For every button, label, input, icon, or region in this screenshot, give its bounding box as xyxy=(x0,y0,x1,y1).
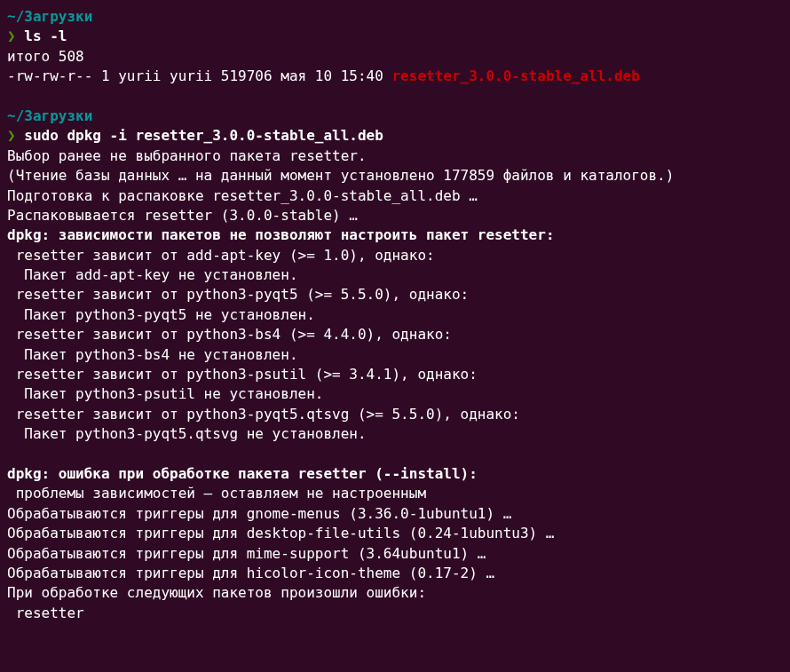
output-line: Обрабатываются триггеры для hicolor-icon… xyxy=(7,564,783,583)
output-line: resetter xyxy=(7,604,783,623)
dpkg-label: dpkg: xyxy=(7,226,50,243)
output-line: Пакет python3-pyqt5.qtsvg не установлен. xyxy=(7,424,783,444)
output-line: проблемы зависимостей — оставляем не нас… xyxy=(7,484,783,503)
output-line: -rw-rw-r-- 1 yurii yurii 519706 мая 10 1… xyxy=(7,67,783,86)
output-line: Подготовка к распаковке resetter_3.0.0-s… xyxy=(7,186,783,206)
blank-line xyxy=(7,445,783,464)
output-line: Выбор ранее не выбранного пакета resette… xyxy=(7,146,783,166)
output-line: Обрабатываются триггеры для mime-support… xyxy=(7,544,783,564)
cwd-line: ~/Загрузки xyxy=(7,7,783,27)
output-line: dpkg: зависимости пакетов не позволяют н… xyxy=(7,225,783,245)
output-line: Пакет python3-bs4 не установлен. xyxy=(7,345,783,365)
prompt-line: ❯ sudo dpkg -i resetter_3.0.0-stable_all… xyxy=(7,126,783,146)
output-line: (Чтение базы данных … на данный момент у… xyxy=(7,166,783,186)
output-line: resetter зависит от python3-psutil (>= 3… xyxy=(7,365,783,384)
dpkg-label: dpkg: xyxy=(7,465,50,482)
output-line: Пакет python3-pyqt5 не установлен. xyxy=(7,305,783,325)
prompt-symbol: ❯ xyxy=(7,127,16,144)
blank-line xyxy=(7,87,783,107)
output-line: dpkg: ошибка при обработке пакета resett… xyxy=(7,464,783,484)
output-line: Обрабатываются триггеры для desktop-file… xyxy=(7,524,783,543)
output-line: Обрабатываются триггеры для gnome-menus … xyxy=(7,504,783,524)
prompt-symbol: ❯ xyxy=(7,28,16,44)
command-text: sudo dpkg -i resetter_3.0.0-stable_all.d… xyxy=(16,127,383,144)
output-line: resetter зависит от python3-pyqt5.qtsvg … xyxy=(7,405,783,424)
cwd-line: ~/Загрузки xyxy=(7,107,783,126)
output-line: итого 508 xyxy=(7,47,783,67)
dpkg-msg: зависимости пакетов не позволяют настрои… xyxy=(50,226,554,243)
output-line: Распаковывается resetter (3.0.0-stable) … xyxy=(7,206,783,225)
cwd-path: ~/Загрузки xyxy=(7,107,92,124)
output-line: Пакет python3-psutil не установлен. xyxy=(7,384,783,404)
terminal-content[interactable]: ~/Загрузки ❯ ls -l итого 508 -rw-rw-r-- … xyxy=(7,7,783,623)
output-line: resetter зависит от python3-pyqt5 (>= 5.… xyxy=(7,285,783,304)
output-line: Пакет add-apt-key не установлен. xyxy=(7,265,783,285)
dpkg-msg: ошибка при обработке пакета resetter (--… xyxy=(50,465,478,482)
prompt-line: ❯ ls -l xyxy=(7,27,783,46)
output-line: При обработке следующих пакетов произошл… xyxy=(7,583,783,603)
command-text: ls -l xyxy=(16,28,67,44)
filename-highlight: resetter_3.0.0-stable_all.deb xyxy=(391,67,639,84)
output-line: resetter зависит от python3-bs4 (>= 4.4.… xyxy=(7,325,783,344)
cwd-path: ~/Загрузки xyxy=(7,8,92,25)
output-line: resetter зависит от add-apt-key (>= 1.0)… xyxy=(7,246,783,265)
file-perms: -rw-rw-r-- 1 yurii yurii 519706 мая 10 1… xyxy=(7,67,391,84)
